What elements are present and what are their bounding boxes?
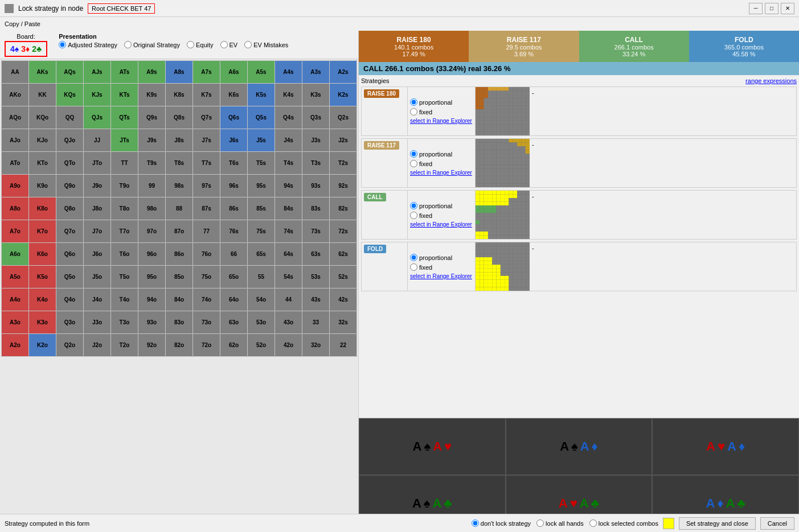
minimize-button[interactable]: ─ xyxy=(749,3,763,14)
grid-cell[interactable]: A3s xyxy=(302,61,330,84)
set-strategy-button[interactable]: Set strategy and close xyxy=(679,517,756,530)
radio-fixed-fold[interactable]: fixed xyxy=(410,263,473,271)
grid-cell[interactable]: K4o xyxy=(29,288,56,311)
grid-cell[interactable]: A9o xyxy=(2,175,29,197)
grid-cell[interactable]: Q3o xyxy=(56,311,84,334)
grid-cell[interactable]: 95o xyxy=(138,266,166,288)
range-expressions-link[interactable]: range expressions xyxy=(745,77,797,84)
grid-cell[interactable]: J8s xyxy=(166,129,193,152)
grid-cell[interactable]: 88 xyxy=(166,197,193,220)
grid-cell[interactable]: A8o xyxy=(2,197,29,220)
grid-cell[interactable]: J9s xyxy=(138,129,166,152)
grid-cell[interactable]: 86s xyxy=(220,197,248,220)
grid-cell[interactable]: T5o xyxy=(111,266,138,288)
radio-lock-selected[interactable]: lock selected combos xyxy=(589,519,658,527)
grid-cell[interactable]: 32s xyxy=(330,311,357,334)
grid-cell[interactable]: KTo xyxy=(29,152,56,175)
grid-cell[interactable]: J9o xyxy=(84,175,111,197)
grid-cell[interactable]: KJs xyxy=(84,84,111,106)
grid-cell[interactable]: 82s xyxy=(330,197,357,220)
grid-cell[interactable]: T3o xyxy=(111,311,138,334)
grid-cell[interactable]: AA xyxy=(2,61,29,84)
grid-cell[interactable]: A7s xyxy=(193,61,220,84)
grid-cell[interactable]: K2s xyxy=(330,84,357,106)
grid-cell[interactable]: A3o xyxy=(2,311,29,334)
grid-cell[interactable]: AKs xyxy=(29,61,56,84)
grid-cell[interactable]: AQs xyxy=(56,61,84,84)
grid-cell[interactable]: 82o xyxy=(166,334,193,357)
grid-cell[interactable]: 87s xyxy=(193,197,220,220)
grid-cell[interactable]: A4s xyxy=(275,61,302,84)
grid-cell[interactable]: Q9s xyxy=(138,106,166,129)
grid-cell[interactable]: 74s xyxy=(275,220,302,243)
grid-cell[interactable]: 65o xyxy=(220,266,248,288)
copy-paste-menu[interactable]: Copy / Paste xyxy=(5,20,40,27)
grid-cell[interactable]: 84o xyxy=(166,288,193,311)
grid-cell[interactable]: J3s xyxy=(302,129,330,152)
grid-cell[interactable]: T4o xyxy=(111,288,138,311)
cancel-button[interactable]: Cancel xyxy=(760,517,794,530)
grid-cell[interactable]: AJs xyxy=(84,61,111,84)
grid-cell[interactable]: 95s xyxy=(248,175,275,197)
grid-cell[interactable]: J2s xyxy=(330,129,357,152)
grid-cell[interactable]: T2s xyxy=(330,152,357,175)
grid-cell[interactable]: J7o xyxy=(84,220,111,243)
grid-cell[interactable]: K5s xyxy=(248,84,275,106)
grid-cell[interactable]: T7s xyxy=(193,152,220,175)
grid-cell[interactable]: Q8o xyxy=(56,197,84,220)
grid-cell[interactable]: 73s xyxy=(302,220,330,243)
grid-cell[interactable]: A2s xyxy=(330,61,357,84)
radio-proportional-raise180[interactable]: proportional xyxy=(410,98,473,106)
grid-cell[interactable]: K5o xyxy=(29,266,56,288)
grid-cell[interactable]: T9o xyxy=(111,175,138,197)
grid-cell[interactable]: Q5o xyxy=(56,266,84,288)
select-range-raise117[interactable]: select in Range Explorer xyxy=(410,170,473,176)
grid-cell[interactable]: A6s xyxy=(220,61,248,84)
grid-cell[interactable]: A4o xyxy=(2,288,29,311)
grid-cell[interactable]: 99 xyxy=(138,175,166,197)
grid-cell[interactable]: 73o xyxy=(193,311,220,334)
grid-cell[interactable]: KQs xyxy=(56,84,84,106)
grid-cell[interactable]: 97s xyxy=(193,175,220,197)
radio-fixed-call[interactable]: fixed xyxy=(410,212,473,219)
radio-no-lock[interactable]: don't lock strategy xyxy=(472,519,531,527)
grid-cell[interactable]: T8s xyxy=(166,152,193,175)
grid-cell[interactable]: 92o xyxy=(138,334,166,357)
grid-cell[interactable]: 85o xyxy=(166,266,193,288)
grid-cell[interactable]: T6o xyxy=(111,243,138,266)
grid-cell[interactable]: 72s xyxy=(330,220,357,243)
grid-cell[interactable]: A9s xyxy=(138,61,166,84)
grid-cell[interactable]: T3s xyxy=(302,152,330,175)
grid-cell[interactable]: QTo xyxy=(56,152,84,175)
grid-cell[interactable]: QJs xyxy=(84,106,111,129)
grid-cell[interactable]: JTo xyxy=(84,152,111,175)
grid-cell[interactable]: K9o xyxy=(29,175,56,197)
grid-cell[interactable]: Q9o xyxy=(56,175,84,197)
grid-cell[interactable]: Q4s xyxy=(275,106,302,129)
grid-cell[interactable]: 43s xyxy=(302,288,330,311)
grid-cell[interactable]: T6s xyxy=(220,152,248,175)
grid-cell[interactable]: 65s xyxy=(248,243,275,266)
grid-cell[interactable]: J3o xyxy=(84,311,111,334)
radio-equity[interactable]: Equity xyxy=(187,41,214,48)
grid-cell[interactable]: 93o xyxy=(138,311,166,334)
grid-cell[interactable]: QQ xyxy=(56,106,84,129)
grid-cell[interactable]: Q2s xyxy=(330,106,357,129)
strategy-text-raise117[interactable]: - xyxy=(530,139,796,187)
grid-cell[interactable]: 63o xyxy=(220,311,248,334)
grid-cell[interactable]: 62o xyxy=(220,334,248,357)
grid-cell[interactable]: A5o xyxy=(2,266,29,288)
grid-cell[interactable]: 43o xyxy=(275,311,302,334)
radio-lock-all[interactable]: lock all hands xyxy=(536,519,584,527)
grid-cell[interactable]: KK xyxy=(29,84,56,106)
grid-cell[interactable]: J6o xyxy=(84,243,111,266)
grid-cell[interactable]: KQo xyxy=(29,106,56,129)
strategy-text-raise180[interactable]: - xyxy=(530,87,796,135)
grid-cell[interactable]: T9s xyxy=(138,152,166,175)
grid-cell[interactable]: 22 xyxy=(330,334,357,357)
grid-cell[interactable]: T2o xyxy=(111,334,138,357)
combo-cell-3[interactable]: A ♥ A ♦ xyxy=(652,418,799,475)
grid-cell[interactable]: K3o xyxy=(29,311,56,334)
grid-cell[interactable]: 75o xyxy=(193,266,220,288)
radio-proportional-call[interactable]: proportional xyxy=(410,202,473,209)
